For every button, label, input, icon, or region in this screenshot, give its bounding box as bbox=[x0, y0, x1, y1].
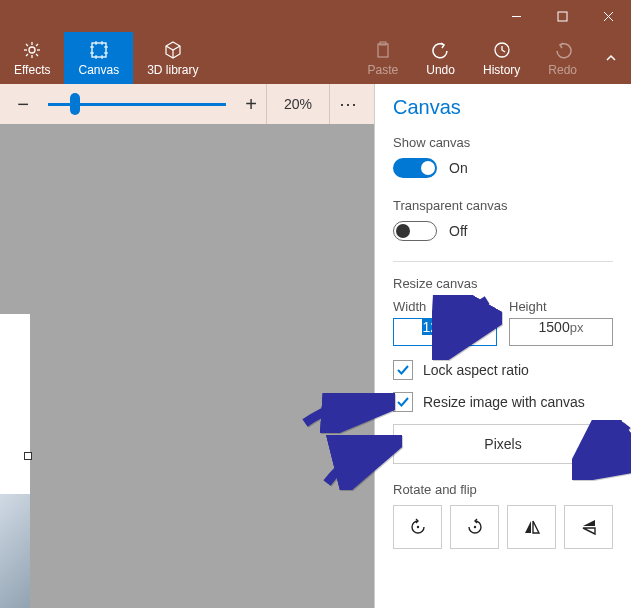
resize-canvas-label: Resize canvas bbox=[393, 276, 613, 291]
zoom-slider[interactable] bbox=[48, 103, 226, 106]
btn-undo[interactable]: Undo bbox=[412, 32, 469, 84]
toggle-value: Off bbox=[449, 223, 467, 239]
content: − + 20% ⋯ Canvas Show canvas On Transpar… bbox=[0, 84, 631, 608]
ribbon: Effects Canvas 3D library Paste Undo His… bbox=[0, 32, 631, 84]
btn-history[interactable]: History bbox=[469, 32, 534, 84]
height-input[interactable]: 1500px bbox=[509, 318, 613, 346]
svg-line-12 bbox=[26, 54, 28, 56]
svg-rect-1 bbox=[558, 12, 567, 21]
canvas-area: − + 20% ⋯ bbox=[0, 84, 374, 608]
effects-icon bbox=[22, 40, 42, 60]
lock-aspect-checkbox[interactable] bbox=[393, 360, 413, 380]
flip-vertical-button[interactable] bbox=[564, 505, 613, 549]
canvas-side-panel: Canvas Show canvas On Transparent canvas… bbox=[374, 84, 631, 608]
tab-effects[interactable]: Effects bbox=[0, 32, 64, 84]
titlebar bbox=[0, 0, 631, 32]
zoom-slider-thumb[interactable] bbox=[70, 93, 80, 115]
zoom-in-button[interactable]: + bbox=[236, 89, 266, 119]
resize-image-label: Resize image with canvas bbox=[423, 394, 585, 410]
svg-point-25 bbox=[416, 526, 418, 528]
more-options-button[interactable]: ⋯ bbox=[330, 93, 366, 115]
tab-label: 3D library bbox=[147, 63, 198, 77]
collapse-ribbon-button[interactable] bbox=[591, 32, 631, 84]
width-input[interactable]: 1200px bbox=[393, 318, 497, 346]
svg-rect-13 bbox=[92, 43, 106, 57]
tab-label: Canvas bbox=[78, 63, 119, 77]
close-button[interactable] bbox=[585, 0, 631, 32]
btn-label: Redo bbox=[548, 63, 577, 77]
svg-point-4 bbox=[29, 47, 35, 53]
rotate-cw-button[interactable] bbox=[450, 505, 499, 549]
history-icon bbox=[493, 40, 511, 60]
svg-rect-22 bbox=[378, 44, 388, 57]
divider bbox=[393, 261, 613, 262]
zoom-percent[interactable]: 20% bbox=[266, 84, 330, 124]
tab-canvas[interactable]: Canvas bbox=[64, 32, 133, 84]
chevron-down-icon bbox=[588, 436, 600, 452]
tab-3d-library[interactable]: 3D library bbox=[133, 32, 212, 84]
width-label: Width bbox=[393, 299, 497, 314]
show-canvas-toggle[interactable] bbox=[393, 158, 437, 178]
zoom-out-button[interactable]: − bbox=[8, 89, 38, 119]
rotate-flip-label: Rotate and flip bbox=[393, 482, 613, 497]
paste-icon bbox=[374, 40, 392, 60]
lock-aspect-label: Lock aspect ratio bbox=[423, 362, 529, 378]
btn-paste[interactable]: Paste bbox=[354, 32, 413, 84]
rotate-ccw-button[interactable] bbox=[393, 505, 442, 549]
undo-icon bbox=[432, 40, 450, 60]
flip-horizontal-button[interactable] bbox=[507, 505, 556, 549]
transparent-canvas-toggle[interactable] bbox=[393, 221, 437, 241]
show-canvas-label: Show canvas bbox=[393, 135, 613, 150]
units-dropdown[interactable]: Pixels bbox=[393, 424, 613, 464]
resize-handle[interactable] bbox=[24, 452, 32, 460]
height-label: Height bbox=[509, 299, 613, 314]
svg-point-26 bbox=[473, 526, 475, 528]
zoom-toolbar: − + 20% ⋯ bbox=[0, 84, 374, 124]
minimize-button[interactable] bbox=[493, 0, 539, 32]
btn-redo[interactable]: Redo bbox=[534, 32, 591, 84]
svg-line-11 bbox=[36, 44, 38, 46]
canvas-preview[interactable] bbox=[0, 314, 30, 608]
transparent-canvas-label: Transparent canvas bbox=[393, 198, 613, 213]
btn-label: Paste bbox=[368, 63, 399, 77]
btn-label: History bbox=[483, 63, 520, 77]
maximize-button[interactable] bbox=[539, 0, 585, 32]
svg-line-10 bbox=[36, 54, 38, 56]
canvas-icon bbox=[89, 40, 109, 60]
btn-label: Undo bbox=[426, 63, 455, 77]
redo-icon bbox=[554, 40, 572, 60]
cube-icon bbox=[163, 40, 183, 60]
dropdown-value: Pixels bbox=[484, 436, 521, 452]
svg-line-9 bbox=[26, 44, 28, 46]
resize-image-checkbox[interactable] bbox=[393, 392, 413, 412]
tab-label: Effects bbox=[14, 63, 50, 77]
toggle-value: On bbox=[449, 160, 468, 176]
panel-title: Canvas bbox=[393, 96, 613, 119]
